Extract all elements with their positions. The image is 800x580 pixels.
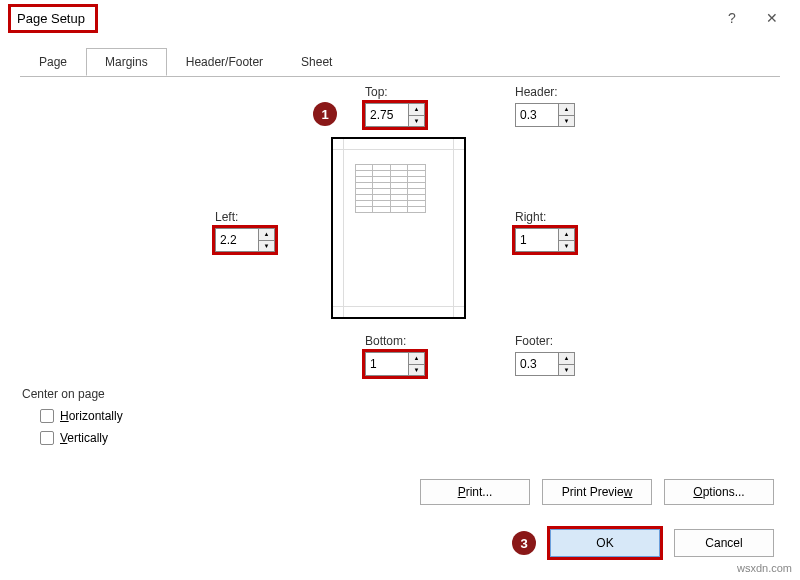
print-preview-button[interactable]: Print Preview [542,479,652,505]
margins-panel: 1 Top: ▲▼ Header: ▲▼ Left: ▲▼ Right: ▲▼ … [0,77,800,497]
footer-input[interactable] [516,353,558,375]
horizontally-label: Horizontally [60,409,123,423]
cancel-button[interactable]: Cancel [674,529,774,557]
help-icon[interactable]: ? [712,10,752,26]
spin-up-icon[interactable]: ▲ [409,104,424,116]
spin-up-icon[interactable]: ▲ [559,229,574,241]
right-spinner[interactable]: ▲▼ [515,228,575,252]
spin-down-icon[interactable]: ▼ [409,116,424,127]
page-preview [331,137,466,319]
header-spinner[interactable]: ▲▼ [515,103,575,127]
right-label: Right: [515,210,546,224]
title-bar: Page Setup ? ✕ [0,0,800,36]
spin-down-icon[interactable]: ▼ [559,241,574,252]
left-spinner[interactable]: ▲▼ [215,228,275,252]
footer-label: Footer: [515,334,553,348]
header-label: Header: [515,85,558,99]
top-label: Top: [365,85,388,99]
tab-headerfooter[interactable]: Header/Footer [167,48,282,76]
options-button[interactable]: Options... [664,479,774,505]
ok-button[interactable]: OK [550,529,660,557]
horizontally-checkbox[interactable] [40,409,54,423]
callout-1: 1 [313,102,337,126]
close-icon[interactable]: ✕ [752,10,792,26]
page-title: Page Setup [8,4,98,33]
footer-spinner[interactable]: ▲▼ [515,352,575,376]
header-input[interactable] [516,104,558,126]
watermark: wsxdn.com [737,562,792,574]
callout-3: 3 [512,531,536,555]
bottom-input[interactable] [366,353,408,375]
tab-page[interactable]: Page [20,48,86,76]
top-spinner[interactable]: ▲▼ [365,103,425,127]
spin-up-icon[interactable]: ▲ [259,229,274,241]
center-on-page-label: Center on page [22,387,123,401]
spin-up-icon[interactable]: ▲ [409,353,424,365]
tab-strip: Page Margins Header/Footer Sheet [0,36,800,77]
vertically-checkbox[interactable] [40,431,54,445]
left-label: Left: [215,210,238,224]
spin-down-icon[interactable]: ▼ [559,116,574,127]
tab-sheet[interactable]: Sheet [282,48,351,76]
left-input[interactable] [216,229,258,251]
spin-down-icon[interactable]: ▼ [259,241,274,252]
spin-up-icon[interactable]: ▲ [559,104,574,116]
print-button[interactable]: Print... [420,479,530,505]
top-input[interactable] [366,104,408,126]
spin-down-icon[interactable]: ▼ [559,365,574,376]
vertically-label: Vertically [60,431,108,445]
bottom-spinner[interactable]: ▲▼ [365,352,425,376]
center-on-page-group: Center on page Horizontally Vertically [22,387,123,445]
bottom-label: Bottom: [365,334,406,348]
spin-down-icon[interactable]: ▼ [409,365,424,376]
spin-up-icon[interactable]: ▲ [559,353,574,365]
right-input[interactable] [516,229,558,251]
tab-margins[interactable]: Margins [86,48,167,76]
